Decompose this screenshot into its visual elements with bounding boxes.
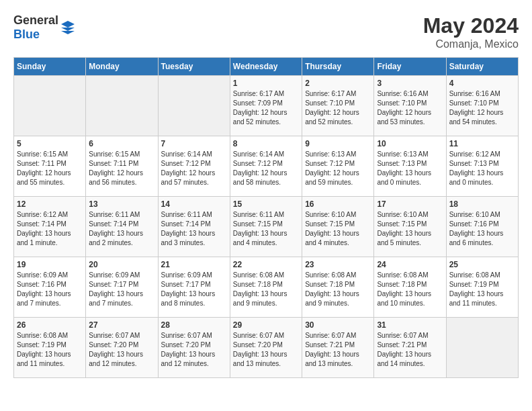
day-info: Sunrise: 6:10 AM Sunset: 7:15 PM Dayligh… xyxy=(305,210,371,248)
calendar-cell xyxy=(86,76,158,136)
day-info: Sunrise: 6:14 AM Sunset: 7:12 PM Dayligh… xyxy=(161,150,227,187)
day-number: 12 xyxy=(17,199,83,209)
calendar-cell: 30Sunrise: 6:07 AM Sunset: 7:21 PM Dayli… xyxy=(302,318,374,378)
day-of-week-tuesday: Tuesday xyxy=(158,58,230,76)
calendar-cell xyxy=(446,318,518,378)
calendar-cell: 7Sunrise: 6:14 AM Sunset: 7:12 PM Daylig… xyxy=(158,136,230,197)
calendar-cell: 5Sunrise: 6:15 AM Sunset: 7:11 PM Daylig… xyxy=(14,136,86,197)
day-number: 21 xyxy=(161,260,227,269)
logo-text: General Blue xyxy=(13,13,58,42)
day-number: 9 xyxy=(305,139,371,148)
day-info: Sunrise: 6:07 AM Sunset: 7:20 PM Dayligh… xyxy=(233,331,299,369)
month-year: May 2024 xyxy=(423,13,519,38)
day-number: 18 xyxy=(449,199,515,209)
calendar-cell: 26Sunrise: 6:08 AM Sunset: 7:19 PM Dayli… xyxy=(14,318,86,378)
calendar-cell: 13Sunrise: 6:11 AM Sunset: 7:14 PM Dayli… xyxy=(86,197,158,257)
day-of-week-friday: Friday xyxy=(374,58,446,76)
day-info: Sunrise: 6:13 AM Sunset: 7:13 PM Dayligh… xyxy=(377,150,443,187)
day-info: Sunrise: 6:12 AM Sunset: 7:13 PM Dayligh… xyxy=(449,150,515,187)
day-number: 13 xyxy=(89,199,154,209)
day-info: Sunrise: 6:09 AM Sunset: 7:17 PM Dayligh… xyxy=(161,271,227,308)
day-info: Sunrise: 6:08 AM Sunset: 7:18 PM Dayligh… xyxy=(377,271,443,308)
calendar-cell: 15Sunrise: 6:11 AM Sunset: 7:15 PM Dayli… xyxy=(230,197,302,257)
day-info: Sunrise: 6:17 AM Sunset: 7:09 PM Dayligh… xyxy=(233,89,299,127)
calendar-cell: 17Sunrise: 6:10 AM Sunset: 7:15 PM Dayli… xyxy=(374,197,446,257)
calendar-cell: 10Sunrise: 6:13 AM Sunset: 7:13 PM Dayli… xyxy=(374,136,446,197)
week-row-1: 1Sunrise: 6:17 AM Sunset: 7:09 PM Daylig… xyxy=(14,76,519,136)
day-info: Sunrise: 6:08 AM Sunset: 7:19 PM Dayligh… xyxy=(449,271,515,308)
day-number: 5 xyxy=(17,139,83,148)
day-number: 16 xyxy=(305,199,371,209)
calendar-cell: 29Sunrise: 6:07 AM Sunset: 7:20 PM Dayli… xyxy=(230,318,302,378)
day-number: 1 xyxy=(233,79,299,88)
logo: General Blue xyxy=(13,13,76,42)
calendar-cell: 21Sunrise: 6:09 AM Sunset: 7:17 PM Dayli… xyxy=(158,257,230,318)
day-info: Sunrise: 6:07 AM Sunset: 7:20 PM Dayligh… xyxy=(161,331,227,369)
week-row-5: 26Sunrise: 6:08 AM Sunset: 7:19 PM Dayli… xyxy=(14,318,519,378)
calendar-cell: 18Sunrise: 6:10 AM Sunset: 7:16 PM Dayli… xyxy=(446,197,518,257)
calendar-cell: 16Sunrise: 6:10 AM Sunset: 7:15 PM Dayli… xyxy=(302,197,374,257)
calendar-cell: 31Sunrise: 6:07 AM Sunset: 7:21 PM Dayli… xyxy=(374,318,446,378)
calendar-cell: 12Sunrise: 6:12 AM Sunset: 7:14 PM Dayli… xyxy=(14,197,86,257)
calendar-cell: 20Sunrise: 6:09 AM Sunset: 7:17 PM Dayli… xyxy=(86,257,158,318)
calendar-cell: 11Sunrise: 6:12 AM Sunset: 7:13 PM Dayli… xyxy=(446,136,518,197)
calendar-cell: 4Sunrise: 6:16 AM Sunset: 7:10 PM Daylig… xyxy=(446,76,518,136)
day-info: Sunrise: 6:11 AM Sunset: 7:14 PM Dayligh… xyxy=(89,210,154,248)
day-number: 6 xyxy=(89,139,154,148)
calendar-cell: 1Sunrise: 6:17 AM Sunset: 7:09 PM Daylig… xyxy=(230,76,302,136)
day-number: 23 xyxy=(305,260,371,269)
day-info: Sunrise: 6:16 AM Sunset: 7:10 PM Dayligh… xyxy=(449,89,515,127)
week-row-4: 19Sunrise: 6:09 AM Sunset: 7:16 PM Dayli… xyxy=(14,257,519,318)
day-info: Sunrise: 6:08 AM Sunset: 7:19 PM Dayligh… xyxy=(17,331,83,369)
calendar-cell: 24Sunrise: 6:08 AM Sunset: 7:18 PM Dayli… xyxy=(374,257,446,318)
day-number: 2 xyxy=(305,79,371,88)
day-info: Sunrise: 6:10 AM Sunset: 7:15 PM Dayligh… xyxy=(377,210,443,248)
day-number: 14 xyxy=(161,199,227,209)
day-number: 8 xyxy=(233,139,299,148)
calendar-cell xyxy=(14,76,86,136)
day-info: Sunrise: 6:11 AM Sunset: 7:15 PM Dayligh… xyxy=(233,210,299,248)
calendar-cell: 3Sunrise: 6:16 AM Sunset: 7:10 PM Daylig… xyxy=(374,76,446,136)
day-info: Sunrise: 6:14 AM Sunset: 7:12 PM Dayligh… xyxy=(233,150,299,187)
title-block: May 2024 Comanja, Mexico xyxy=(423,13,519,50)
day-number: 10 xyxy=(377,139,443,148)
calendar-cell xyxy=(158,76,230,136)
day-number: 15 xyxy=(233,199,299,209)
day-info: Sunrise: 6:07 AM Sunset: 7:21 PM Dayligh… xyxy=(305,331,371,369)
day-number: 24 xyxy=(377,260,443,269)
day-number: 26 xyxy=(17,320,83,330)
location: Comanja, Mexico xyxy=(423,38,519,50)
calendar-cell: 6Sunrise: 6:15 AM Sunset: 7:11 PM Daylig… xyxy=(86,136,158,197)
day-info: Sunrise: 6:10 AM Sunset: 7:16 PM Dayligh… xyxy=(449,210,515,248)
day-number: 31 xyxy=(377,320,443,330)
day-number: 28 xyxy=(161,320,227,330)
day-of-week-monday: Monday xyxy=(86,58,158,76)
day-number: 19 xyxy=(17,260,83,269)
day-number: 3 xyxy=(377,79,443,88)
day-info: Sunrise: 6:15 AM Sunset: 7:11 PM Dayligh… xyxy=(17,150,83,187)
calendar-cell: 9Sunrise: 6:13 AM Sunset: 7:12 PM Daylig… xyxy=(302,136,374,197)
calendar-cell: 23Sunrise: 6:08 AM Sunset: 7:18 PM Dayli… xyxy=(302,257,374,318)
day-number: 11 xyxy=(449,139,515,148)
week-row-3: 12Sunrise: 6:12 AM Sunset: 7:14 PM Dayli… xyxy=(14,197,519,257)
calendar-cell: 25Sunrise: 6:08 AM Sunset: 7:19 PM Dayli… xyxy=(446,257,518,318)
day-info: Sunrise: 6:17 AM Sunset: 7:10 PM Dayligh… xyxy=(305,89,371,127)
day-info: Sunrise: 6:13 AM Sunset: 7:12 PM Dayligh… xyxy=(305,150,371,187)
day-number: 4 xyxy=(449,79,515,88)
page-header: General Blue May 2024 Comanja, Mexico xyxy=(13,13,519,50)
day-info: Sunrise: 6:09 AM Sunset: 7:17 PM Dayligh… xyxy=(89,271,154,308)
day-number: 17 xyxy=(377,199,443,209)
day-info: Sunrise: 6:09 AM Sunset: 7:16 PM Dayligh… xyxy=(17,271,83,308)
day-info: Sunrise: 6:08 AM Sunset: 7:18 PM Dayligh… xyxy=(233,271,299,308)
day-info: Sunrise: 6:08 AM Sunset: 7:18 PM Dayligh… xyxy=(305,271,371,308)
day-info: Sunrise: 6:07 AM Sunset: 7:21 PM Dayligh… xyxy=(377,331,443,369)
calendar-cell: 28Sunrise: 6:07 AM Sunset: 7:20 PM Dayli… xyxy=(158,318,230,378)
day-number: 29 xyxy=(233,320,299,330)
logo-icon xyxy=(60,19,76,36)
header-row: SundayMondayTuesdayWednesdayThursdayFrid… xyxy=(14,58,519,76)
calendar-cell: 14Sunrise: 6:11 AM Sunset: 7:14 PM Dayli… xyxy=(158,197,230,257)
day-number: 25 xyxy=(449,260,515,269)
logo-blue: Blue xyxy=(13,28,40,41)
calendar-table: SundayMondayTuesdayWednesdayThursdayFrid… xyxy=(13,57,519,378)
calendar-cell: 22Sunrise: 6:08 AM Sunset: 7:18 PM Dayli… xyxy=(230,257,302,318)
